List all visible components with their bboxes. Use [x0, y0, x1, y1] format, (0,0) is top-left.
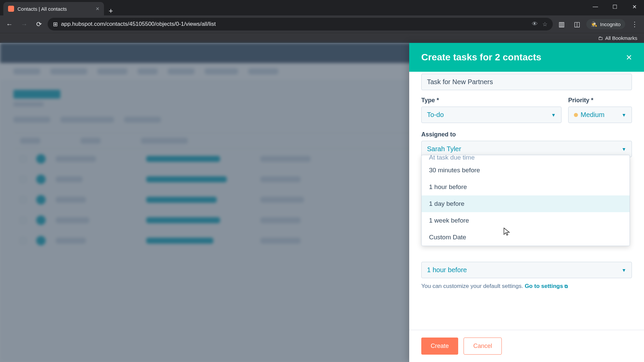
media-icon[interactable]: ▥: [555, 18, 568, 30]
bookmarks-bar: 🗀 All Bookmarks: [0, 33, 644, 43]
incognito-icon: 🕵: [591, 21, 597, 27]
priority-dot-icon: [574, 113, 578, 117]
external-link-icon: ⧉: [565, 284, 568, 289]
dropdown-option[interactable]: At task due time: [422, 155, 630, 162]
menu-icon[interactable]: ⋮: [629, 18, 641, 30]
window-controls: ― ☐ ✕: [586, 0, 644, 13]
go-to-settings-link[interactable]: Go to settings ⧉: [525, 283, 568, 289]
type-select[interactable]: To-do ▼: [421, 107, 561, 123]
priority-label: Priority *: [568, 97, 632, 104]
close-window-button[interactable]: ✕: [625, 0, 644, 13]
reminder-select[interactable]: 1 hour before ▼: [421, 262, 632, 278]
chevron-down-icon: ▼: [551, 112, 556, 118]
maximize-button[interactable]: ☐: [605, 0, 625, 13]
panel-footer: Create Cancel: [409, 330, 644, 362]
browser-tab[interactable]: Contacts | All contacts ×: [3, 2, 104, 15]
dropdown-scroll[interactable]: At task due time 30 minutes before 1 hou…: [422, 155, 630, 246]
panel-title: Create tasks for 2 contacts: [421, 52, 541, 63]
eye-off-icon[interactable]: 👁: [532, 21, 538, 27]
incognito-chip[interactable]: 🕵 Incognito: [586, 19, 625, 29]
panel-body: Type * To-do ▼ Priority * Medium ▼ Assig…: [409, 72, 644, 330]
type-label: Type *: [421, 97, 561, 104]
url-text: app.hubspot.com/contacts/45105500/object…: [61, 21, 216, 27]
folder-icon: 🗀: [598, 35, 603, 41]
browser-toolbar: ← → ⟳ ⊞ app.hubspot.com/contacts/4510550…: [0, 15, 644, 33]
priority-select[interactable]: Medium ▼: [568, 107, 632, 123]
new-tab-button[interactable]: +: [104, 7, 118, 15]
sidepanel-icon[interactable]: ◫: [571, 18, 583, 30]
toolbar-right: ▥ ◫ 🕵 Incognito ⋮: [555, 18, 641, 30]
dropdown-option[interactable]: 1 week before: [422, 212, 630, 229]
dropdown-option[interactable]: 30 minutes before: [422, 162, 630, 179]
tab-strip: Contacts | All contacts × +: [0, 0, 644, 15]
tab-title: Contacts | All contacts: [17, 6, 67, 12]
assigned-to-label: Assigned to: [421, 131, 632, 138]
close-panel-icon[interactable]: ×: [626, 52, 632, 63]
chevron-down-icon: ▼: [622, 146, 626, 152]
settings-hint: You can customize your default settings.…: [421, 283, 632, 290]
priority-value: Medium: [581, 111, 604, 118]
reminder-value: 1 hour before: [427, 266, 467, 274]
chevron-down-icon: ▼: [622, 112, 626, 118]
dropdown-option[interactable]: 1 day before: [422, 195, 630, 212]
type-value: To-do: [427, 111, 444, 119]
assigned-to-value: Sarah Tyler: [427, 145, 461, 153]
browser-chrome: Contacts | All contacts × + ← → ⟳ ⊞ app.…: [0, 0, 644, 43]
close-tab-icon[interactable]: ×: [96, 5, 99, 12]
reminder-dropdown-popup: At task due time 30 minutes before 1 hou…: [421, 155, 630, 246]
address-bar[interactable]: ⊞ app.hubspot.com/contacts/45105500/obje…: [48, 18, 553, 31]
incognito-label: Incognito: [600, 21, 621, 27]
hubspot-favicon: [8, 6, 14, 12]
bookmark-star-icon[interactable]: ☆: [542, 21, 547, 28]
dropdown-option[interactable]: 1 hour before: [422, 179, 630, 195]
forward-button[interactable]: →: [18, 18, 30, 30]
create-button[interactable]: Create: [421, 338, 458, 355]
chevron-down-icon: ▼: [622, 267, 626, 273]
site-info-icon[interactable]: ⊞: [53, 21, 58, 28]
reload-button[interactable]: ⟳: [33, 18, 45, 30]
all-bookmarks-label[interactable]: All Bookmarks: [605, 35, 637, 41]
cancel-button[interactable]: Cancel: [464, 338, 502, 355]
back-button[interactable]: ←: [3, 18, 15, 30]
dropdown-option[interactable]: Custom Date: [422, 229, 630, 246]
create-task-panel: Create tasks for 2 contacts × Type * To-…: [409, 43, 644, 362]
task-name-input[interactable]: [421, 74, 632, 90]
panel-header: Create tasks for 2 contacts ×: [409, 43, 644, 72]
minimize-button[interactable]: ―: [586, 0, 605, 13]
